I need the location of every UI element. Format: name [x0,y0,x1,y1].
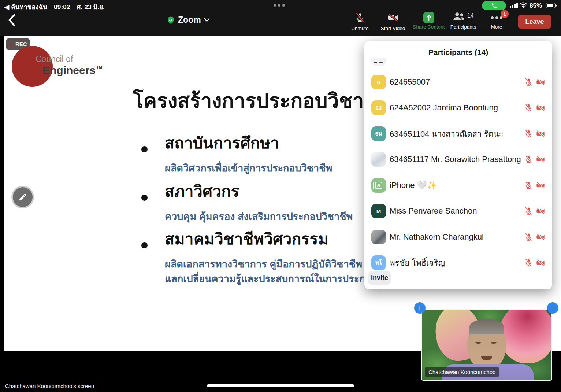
participant-row[interactable]: M Miss Penvaree Sanchon [364,202,552,220]
partial-avatar [371,58,386,66]
participant-name: 634651104 นางสาวณิตสา รัตนะ [390,127,524,140]
avatar: 6 [371,75,386,89]
avatar: 6J [371,100,386,115]
camera-off-icon [536,103,545,112]
mic-muted-icon [524,181,533,190]
participant-name: 624655007 [390,77,524,87]
slide-bullet3-sub1: ผลิตเอกสารทางวิชาการ คู่มือการปฏิบัติวิช… [165,257,362,272]
avatar: M [371,204,386,218]
video-expand-button[interactable]: + [414,302,426,314]
back-button[interactable] [7,14,18,27]
date: ศ. 23 มิ.ย. [77,4,105,11]
slide-bullet3-sub2: แลกเปลี่ยนความรู้และประสบการณ์ในการประก [165,271,365,286]
meeting-title[interactable]: Zoom [167,15,210,25]
participants-button[interactable]: 14 Participants [441,12,485,30]
mic-muted-icon [524,78,533,86]
participant-row[interactable]: 6 624655007 [364,73,552,91]
share-content-icon [423,12,434,23]
slide-title: โครงสร้างการประกอบวิชาชีพวิ [133,87,402,115]
leave-button[interactable]: Leave [518,15,551,29]
bullet-dot [141,195,148,201]
mic-muted-icon [524,129,533,138]
pencil-icon [18,193,27,201]
phone-icon [491,3,497,9]
speaker-face [467,319,506,370]
logo-engineers-text: Engineers [42,64,96,77]
avatar: พโ [371,255,386,270]
battery-icon [546,3,556,8]
logo-text-line1: Council of [36,54,73,64]
participant-row[interactable]: พโ พรชัย โพธิ์เจริญ [364,254,552,271]
start-video-button[interactable]: Start Video [375,12,411,31]
avatar: 6น [371,126,386,141]
slide-bullet1-heading: สถาบันการศึกษา [165,132,279,154]
mic-muted-icon [524,103,533,112]
top-bar: ◀ ค้นหาของฉัน09:02ศ. 23 มิ.ย. 85% Zoom U… [0,0,561,36]
avatar: A [371,178,386,193]
bullet-dot [141,146,148,152]
participants-icon [453,12,465,21]
self-view-name-label: Chatchawan Kooncumchoo [425,367,499,377]
back-to-search-label[interactable]: ◀ ค้นหาของฉัน [4,4,47,11]
camera-off-icon [536,233,545,241]
camera-off-icon [536,207,545,215]
battery-percent: 85% [530,2,542,10]
logo-trademark: TM [96,65,102,69]
mic-muted-icon [354,12,365,23]
active-call-pill[interactable] [482,1,506,10]
participants-label: Participants [441,24,485,30]
lotus-flower [499,309,552,363]
participant-row[interactable]: 6J 624A52002 Jantima Boontung [364,99,552,117]
meeting-title-label: Zoom [178,15,201,25]
start-video-label: Start Video [375,26,411,31]
camera-off-icon [536,78,545,86]
annotate-button[interactable] [13,187,33,207]
logo-text-line2: Engineers TM [36,64,102,77]
mic-muted-icon [524,258,533,267]
invite-button[interactable]: Invite [368,271,391,285]
security-shield-icon [167,16,175,25]
more-label: More [483,24,510,30]
slide-bullet1-sub: ผลิตวิศวกรเพื่อเข้าสู่การประกอบวิชาชีพ [165,161,332,176]
signal-strength-icon [510,3,518,8]
participant-row[interactable]: A iPhone 🤍✨ [364,177,552,194]
participant-name: 634651117 Mr. Sorawitch Prasattong [390,155,524,164]
participants-count: 14 [467,12,474,19]
slide-bullet3-heading: สมาคมวิชาชีพวิศวกรรม [165,228,328,250]
participant-name: 624A52002 Jantima Boontung [390,103,524,112]
participant-name: พรชัย โพธิ์เจริญ [390,256,524,269]
camera-off-icon [536,155,545,164]
avatar-photo [371,152,386,167]
more-notification-badge: 1 [501,10,509,18]
unmute-label: Unmute [342,26,378,31]
participants-panel: Participants (14) 6 624655007 6J 624A520… [364,41,552,289]
status-bar-left: ◀ ค้นหาของฉัน09:02ศ. 23 มิ.ย. [4,2,111,12]
participant-row[interactable]: Mr. Nathakorn Charangkul [364,228,552,246]
participant-name: Mr. Nathakorn Charangkul [390,232,524,242]
video-minimize-button[interactable]: − [547,302,558,314]
shared-screen-owner-label: Chatchawan Kooncumchoo's screen [5,383,94,389]
chevron-down-icon [204,18,210,22]
participant-name: iPhone 🤍✨ [390,181,524,190]
participant-row[interactable]: 6น 634651104 นางสาวณิตสา รัตนะ [364,125,552,143]
wifi-icon [519,2,527,10]
panel-pointer [458,36,470,41]
multitask-indicator-icon[interactable] [274,4,285,7]
camera-off-icon [536,129,545,138]
mic-muted-icon [524,155,533,164]
avatar-photo [371,230,386,244]
home-indicator[interactable] [207,384,354,387]
recording-dot-icon [10,42,13,46]
slide-bullet2-sub: ควบคุม คุ้มครอง ส่งเสริมการประกอปวิชาชีพ [165,209,353,224]
shortcut-app-icon: A [375,182,382,189]
slide-bullet2-heading: สภาวิศวกร [165,180,239,203]
unmute-button[interactable]: Unmute [342,12,378,31]
self-view-video[interactable]: Chatchawan Kooncumchoo [421,309,552,381]
clock: 09:02 [54,4,70,11]
recording-label: REC [15,41,27,47]
logo-dot-icon [36,68,41,73]
mic-muted-icon [524,233,533,241]
participant-row[interactable]: 634651117 Mr. Sorawitch Prasattong [364,151,552,168]
camera-off-icon [387,12,398,23]
participant-name: Miss Penvaree Sanchon [390,206,524,216]
